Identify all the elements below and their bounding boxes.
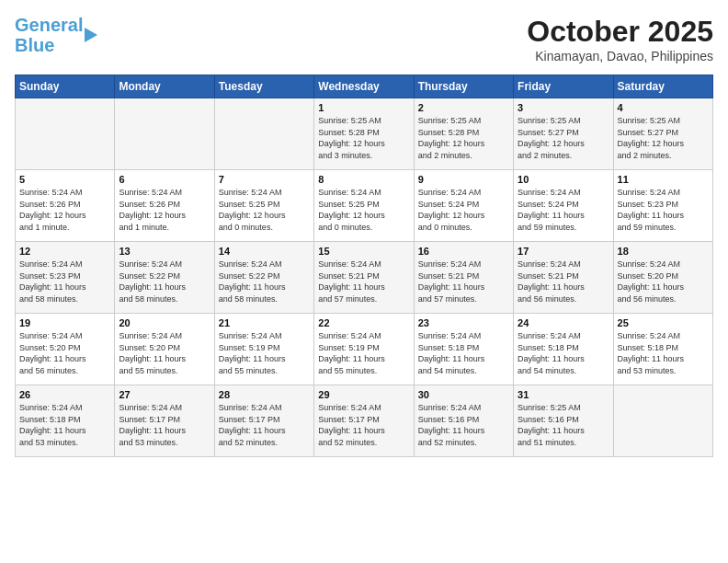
day-number: 7 bbox=[219, 174, 310, 185]
day-info: Sunrise: 5:24 AM Sunset: 5:24 PM Dayligh… bbox=[518, 187, 609, 233]
calendar-cell: 20Sunrise: 5:24 AM Sunset: 5:20 PM Dayli… bbox=[115, 314, 214, 385]
day-number: 31 bbox=[518, 389, 609, 400]
calendar-cell: 8Sunrise: 5:24 AM Sunset: 5:25 PM Daylig… bbox=[314, 170, 414, 242]
day-number: 24 bbox=[518, 317, 609, 328]
day-info: Sunrise: 5:24 AM Sunset: 5:19 PM Dayligh… bbox=[219, 330, 310, 376]
calendar-cell: 21Sunrise: 5:24 AM Sunset: 5:19 PM Dayli… bbox=[214, 314, 313, 385]
day-info: Sunrise: 5:24 AM Sunset: 5:26 PM Dayligh… bbox=[119, 187, 210, 233]
logo: GeneralBlue bbox=[15, 15, 97, 55]
calendar-cell: 28Sunrise: 5:24 AM Sunset: 5:17 PM Dayli… bbox=[214, 385, 313, 457]
calendar-cell: 3Sunrise: 5:25 AM Sunset: 5:27 PM Daylig… bbox=[514, 98, 613, 170]
calendar-cell: 6Sunrise: 5:24 AM Sunset: 5:26 PM Daylig… bbox=[115, 170, 214, 242]
calendar-cell: 30Sunrise: 5:24 AM Sunset: 5:16 PM Dayli… bbox=[414, 385, 513, 457]
day-number: 18 bbox=[618, 246, 709, 257]
calendar-cell: 11Sunrise: 5:24 AM Sunset: 5:23 PM Dayli… bbox=[613, 170, 712, 242]
day-number: 30 bbox=[418, 389, 509, 400]
header: GeneralBlue October 2025 Kinamayan, Dava… bbox=[15, 15, 713, 63]
weekday-header: Monday bbox=[115, 75, 214, 98]
day-info: Sunrise: 5:24 AM Sunset: 5:18 PM Dayligh… bbox=[518, 330, 609, 376]
day-info: Sunrise: 5:25 AM Sunset: 5:16 PM Dayligh… bbox=[518, 402, 609, 448]
calendar-table: SundayMondayTuesdayWednesdayThursdayFrid… bbox=[15, 75, 713, 457]
day-info: Sunrise: 5:24 AM Sunset: 5:20 PM Dayligh… bbox=[19, 330, 110, 376]
day-info: Sunrise: 5:25 AM Sunset: 5:28 PM Dayligh… bbox=[418, 115, 509, 161]
day-number: 3 bbox=[518, 102, 609, 113]
day-info: Sunrise: 5:24 AM Sunset: 5:21 PM Dayligh… bbox=[518, 259, 609, 304]
day-info: Sunrise: 5:24 AM Sunset: 5:22 PM Dayligh… bbox=[219, 259, 310, 304]
day-number: 15 bbox=[318, 246, 409, 257]
day-info: Sunrise: 5:24 AM Sunset: 5:24 PM Dayligh… bbox=[418, 187, 509, 233]
day-info: Sunrise: 5:24 AM Sunset: 5:23 PM Dayligh… bbox=[19, 259, 110, 304]
day-number: 19 bbox=[19, 317, 110, 328]
calendar-cell: 13Sunrise: 5:24 AM Sunset: 5:22 PM Dayli… bbox=[115, 242, 214, 314]
weekday-header: Tuesday bbox=[214, 75, 313, 98]
weekday-header-row: SundayMondayTuesdayWednesdayThursdayFrid… bbox=[16, 75, 713, 98]
calendar-cell: 26Sunrise: 5:24 AM Sunset: 5:18 PM Dayli… bbox=[16, 385, 115, 457]
day-info: Sunrise: 5:24 AM Sunset: 5:25 PM Dayligh… bbox=[318, 187, 409, 233]
day-number: 29 bbox=[318, 389, 409, 400]
weekday-header: Friday bbox=[514, 75, 613, 98]
day-number: 10 bbox=[518, 174, 609, 185]
location: Kinamayan, Davao, Philippines bbox=[527, 49, 713, 63]
day-number: 16 bbox=[418, 246, 509, 257]
day-info: Sunrise: 5:25 AM Sunset: 5:27 PM Dayligh… bbox=[518, 115, 609, 161]
day-number: 21 bbox=[219, 317, 310, 328]
day-number: 2 bbox=[418, 102, 509, 113]
day-info: Sunrise: 5:24 AM Sunset: 5:21 PM Dayligh… bbox=[318, 259, 409, 304]
calendar-week-row: 26Sunrise: 5:24 AM Sunset: 5:18 PM Dayli… bbox=[16, 385, 713, 457]
calendar-cell: 19Sunrise: 5:24 AM Sunset: 5:20 PM Dayli… bbox=[16, 314, 115, 385]
day-info: Sunrise: 5:24 AM Sunset: 5:17 PM Dayligh… bbox=[119, 402, 210, 448]
day-number: 14 bbox=[219, 246, 310, 257]
day-info: Sunrise: 5:25 AM Sunset: 5:27 PM Dayligh… bbox=[618, 115, 709, 161]
day-info: Sunrise: 5:24 AM Sunset: 5:19 PM Dayligh… bbox=[318, 330, 409, 376]
weekday-header: Wednesday bbox=[314, 75, 414, 98]
calendar-cell: 23Sunrise: 5:24 AM Sunset: 5:18 PM Dayli… bbox=[414, 314, 513, 385]
day-info: Sunrise: 5:24 AM Sunset: 5:18 PM Dayligh… bbox=[618, 330, 709, 376]
day-info: Sunrise: 5:24 AM Sunset: 5:22 PM Dayligh… bbox=[119, 259, 210, 304]
day-number: 5 bbox=[19, 174, 110, 185]
calendar-cell: 7Sunrise: 5:24 AM Sunset: 5:25 PM Daylig… bbox=[214, 170, 313, 242]
day-info: Sunrise: 5:24 AM Sunset: 5:20 PM Dayligh… bbox=[618, 259, 709, 304]
calendar-cell: 17Sunrise: 5:24 AM Sunset: 5:21 PM Dayli… bbox=[514, 242, 613, 314]
weekday-header: Sunday bbox=[16, 75, 115, 98]
day-number: 8 bbox=[318, 174, 409, 185]
weekday-header: Thursday bbox=[414, 75, 513, 98]
day-number: 12 bbox=[19, 246, 110, 257]
logo-arrow-icon bbox=[85, 28, 97, 42]
calendar-cell bbox=[613, 385, 712, 457]
day-info: Sunrise: 5:24 AM Sunset: 5:18 PM Dayligh… bbox=[418, 330, 509, 376]
day-info: Sunrise: 5:24 AM Sunset: 5:25 PM Dayligh… bbox=[219, 187, 310, 233]
calendar-cell: 1Sunrise: 5:25 AM Sunset: 5:28 PM Daylig… bbox=[314, 98, 414, 170]
calendar-cell bbox=[214, 98, 313, 170]
calendar-week-row: 19Sunrise: 5:24 AM Sunset: 5:20 PM Dayli… bbox=[16, 314, 713, 385]
calendar-cell: 15Sunrise: 5:24 AM Sunset: 5:21 PM Dayli… bbox=[314, 242, 414, 314]
day-info: Sunrise: 5:24 AM Sunset: 5:16 PM Dayligh… bbox=[418, 402, 509, 448]
calendar-cell: 9Sunrise: 5:24 AM Sunset: 5:24 PM Daylig… bbox=[414, 170, 513, 242]
day-number: 13 bbox=[119, 246, 210, 257]
day-info: Sunrise: 5:24 AM Sunset: 5:17 PM Dayligh… bbox=[318, 402, 409, 448]
calendar-cell: 18Sunrise: 5:24 AM Sunset: 5:20 PM Dayli… bbox=[613, 242, 712, 314]
day-number: 6 bbox=[119, 174, 210, 185]
day-number: 22 bbox=[318, 317, 409, 328]
day-number: 25 bbox=[618, 317, 709, 328]
calendar-cell: 12Sunrise: 5:24 AM Sunset: 5:23 PM Dayli… bbox=[16, 242, 115, 314]
day-number: 17 bbox=[518, 246, 609, 257]
day-info: Sunrise: 5:24 AM Sunset: 5:17 PM Dayligh… bbox=[219, 402, 310, 448]
day-number: 26 bbox=[19, 389, 110, 400]
calendar-week-row: 5Sunrise: 5:24 AM Sunset: 5:26 PM Daylig… bbox=[16, 170, 713, 242]
day-number: 11 bbox=[618, 174, 709, 185]
calendar-cell: 14Sunrise: 5:24 AM Sunset: 5:22 PM Dayli… bbox=[214, 242, 313, 314]
calendar-cell: 25Sunrise: 5:24 AM Sunset: 5:18 PM Dayli… bbox=[613, 314, 712, 385]
calendar-week-row: 1Sunrise: 5:25 AM Sunset: 5:28 PM Daylig… bbox=[16, 98, 713, 170]
calendar-cell: 5Sunrise: 5:24 AM Sunset: 5:26 PM Daylig… bbox=[16, 170, 115, 242]
calendar-cell: 2Sunrise: 5:25 AM Sunset: 5:28 PM Daylig… bbox=[414, 98, 513, 170]
day-number: 27 bbox=[119, 389, 210, 400]
day-number: 4 bbox=[618, 102, 709, 113]
day-number: 28 bbox=[219, 389, 310, 400]
day-info: Sunrise: 5:25 AM Sunset: 5:28 PM Dayligh… bbox=[318, 115, 409, 161]
calendar-cell: 31Sunrise: 5:25 AM Sunset: 5:16 PM Dayli… bbox=[514, 385, 613, 457]
calendar-cell: 24Sunrise: 5:24 AM Sunset: 5:18 PM Dayli… bbox=[514, 314, 613, 385]
weekday-header: Saturday bbox=[613, 75, 712, 98]
day-number: 9 bbox=[418, 174, 509, 185]
calendar-cell: 10Sunrise: 5:24 AM Sunset: 5:24 PM Dayli… bbox=[514, 170, 613, 242]
calendar-cell: 27Sunrise: 5:24 AM Sunset: 5:17 PM Dayli… bbox=[115, 385, 214, 457]
